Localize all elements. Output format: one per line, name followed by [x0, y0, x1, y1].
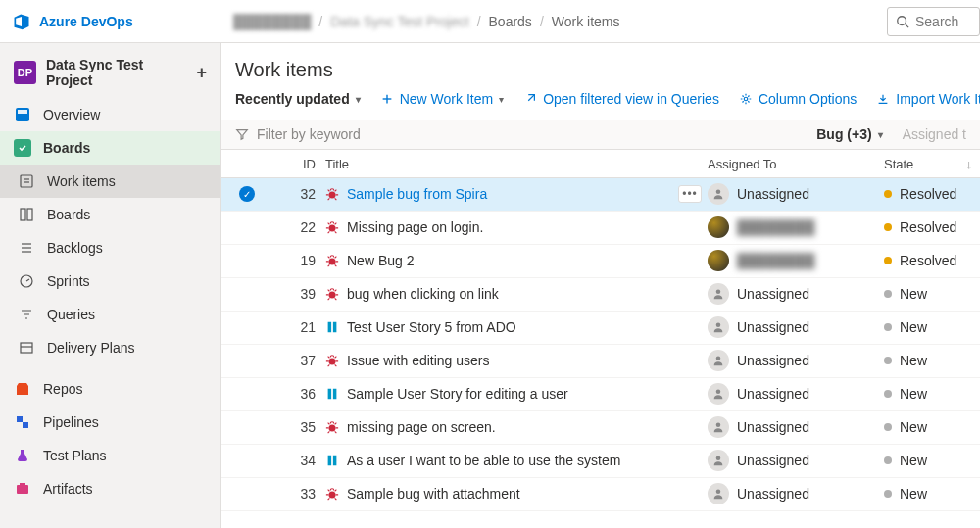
avatar	[708, 316, 729, 338]
col-id[interactable]: ID	[267, 157, 325, 171]
table-row[interactable]: ✓ 34 As a user I want to be able to use …	[221, 445, 980, 478]
sidebar-item-sprints[interactable]: Sprints	[0, 264, 220, 298]
breadcrumb-project[interactable]: Data Sync Test Project	[330, 14, 468, 29]
cell-assigned[interactable]: Unassigned	[708, 483, 884, 504]
table-row[interactable]: ✓ 32 Sample bug from Spira ••• Unassigne…	[221, 178, 980, 212]
sidebar-item-backlogs[interactable]: Backlogs	[0, 231, 220, 264]
sidebar-item-label: Boards	[47, 207, 90, 222]
table-body: ✓ 32 Sample bug from Spira ••• Unassigne…	[221, 178, 980, 528]
cell-assigned[interactable]: Unassigned	[708, 416, 884, 438]
cell-title[interactable]: bug when clicking on link •••	[325, 286, 708, 302]
assignee-name: Unassigned	[737, 419, 809, 435]
breadcrumb-page[interactable]: Work items	[552, 14, 620, 29]
sidebar-item-workitems[interactable]: Work items	[0, 165, 220, 198]
breadcrumb-org[interactable]: ████████	[233, 14, 311, 29]
column-options-button[interactable]: Column Options	[739, 91, 857, 107]
filter-keyword[interactable]: Filter by keyword	[235, 126, 361, 142]
sidebar-item-pipelines[interactable]: Pipelines	[0, 406, 220, 439]
cell-assigned[interactable]: Unassigned	[708, 383, 884, 405]
table-row[interactable]: ✓ 37 Issue with editing users ••• Unassi…	[221, 345, 980, 378]
cell-title[interactable]: Sample User Story for editing a user •••	[325, 386, 708, 402]
open-in-queries-button[interactable]: Open filtered view in Queries	[523, 91, 719, 107]
state-dot	[884, 456, 892, 464]
cell-id: 22	[267, 219, 325, 235]
cell-title[interactable]: Issue with editing users •••	[325, 353, 708, 368]
col-state[interactable]: State ↓	[884, 157, 972, 171]
cell-title[interactable]: Missing page on login. •••	[325, 219, 708, 235]
sidebar-item-overview[interactable]: Overview	[0, 98, 220, 131]
cell-assigned[interactable]: Unassigned	[708, 350, 884, 371]
table-row[interactable]: ✓ 39 bug when clicking on link ••• Unass…	[221, 278, 980, 312]
sidebar-item-label: Backlogs	[47, 240, 103, 256]
import-button[interactable]: Import Work Items	[876, 91, 980, 107]
bug-icon	[325, 254, 339, 267]
filter-assigned[interactable]: Assigned t	[903, 126, 966, 142]
artifacts-icon	[14, 480, 31, 498]
bug-icon	[325, 420, 339, 434]
state-text: New	[900, 353, 927, 368]
cell-state: Resolved	[884, 219, 972, 235]
title-text: Sample bug from Spira	[347, 186, 487, 202]
sidebar-item-testplans[interactable]: Test Plans	[0, 439, 220, 472]
new-work-item-button[interactable]: New Work Item ▾	[380, 91, 504, 107]
table-row[interactable]: ✓ 33 Sample bug with attachment ••• Unas…	[221, 478, 980, 511]
state-dot	[884, 190, 892, 198]
cell-assigned[interactable]: Unassigned	[708, 183, 884, 205]
table-row[interactable]: ✓ 22 Missing page on login. ••• ████████…	[221, 212, 980, 245]
sidebar-item-label: Overview	[43, 107, 100, 122]
sidebar-item-boards[interactable]: Boards	[0, 131, 220, 165]
sidebar-item-label: Queries	[47, 307, 95, 322]
table-row[interactable]: ✓ 35 missing page on screen. ••• Unassig…	[221, 411, 980, 445]
assignee-name: ████████	[737, 253, 814, 268]
cell-title[interactable]: Sample bug with attachment •••	[325, 486, 708, 502]
story-icon	[325, 454, 339, 467]
cell-state: New	[884, 286, 972, 302]
bug-icon	[325, 220, 339, 234]
cell-title[interactable]: As a user I want to be able to use the s…	[325, 453, 708, 468]
cell-title[interactable]: missing page on screen. •••	[325, 419, 708, 435]
cell-title[interactable]: New Bug 2 •••	[325, 253, 708, 268]
col-assigned[interactable]: Assigned To	[708, 157, 884, 171]
col-title[interactable]: Title	[325, 157, 708, 171]
search-box[interactable]: Search	[887, 7, 980, 36]
avatar	[708, 416, 729, 438]
state-dot	[884, 323, 892, 331]
breadcrumb-section[interactable]: Boards	[489, 14, 532, 29]
boards-icon	[14, 139, 31, 157]
project-header[interactable]: DP Data Sync Test Project +	[0, 49, 220, 98]
cell-assigned[interactable]: ████████	[708, 216, 884, 238]
cell-assigned[interactable]: Unassigned	[708, 316, 884, 338]
repos-icon	[14, 380, 31, 398]
state-text: Resolved	[900, 186, 956, 202]
avatar	[708, 350, 729, 371]
svg-rect-16	[20, 483, 25, 486]
cell-assigned[interactable]: ████████	[708, 250, 884, 271]
cell-state: New	[884, 353, 972, 368]
svg-line-1	[906, 24, 909, 27]
sidebar-item-delivery-plans[interactable]: Delivery Plans	[0, 331, 220, 364]
sort-icon: ↓	[966, 157, 973, 171]
bug-icon	[325, 487, 339, 501]
brand[interactable]: Azure DevOps	[0, 12, 221, 31]
view-dropdown[interactable]: Recently updated ▾	[235, 91, 361, 107]
table-row[interactable]: ✓ 19 New Bug 2 ••• ████████ Resolved	[221, 245, 980, 278]
row-more-button[interactable]: •••	[678, 185, 702, 203]
row-select[interactable]: ✓	[227, 186, 267, 202]
filter-types[interactable]: Bug (+3) ▾	[816, 126, 882, 142]
cell-title[interactable]: Test User Story 5 from ADO •••	[325, 319, 708, 335]
sidebar-item-queries[interactable]: Queries	[0, 298, 220, 331]
table-row[interactable]: ✓ 36 Sample User Story for editing a use…	[221, 378, 980, 411]
state-text: Resolved	[900, 253, 956, 268]
cell-assigned[interactable]: Unassigned	[708, 283, 884, 305]
settings-icon	[739, 92, 753, 106]
sidebar-item-repos[interactable]: Repos	[0, 372, 220, 406]
table-row[interactable]: ✓ 21 Test User Story 5 from ADO ••• Unas…	[221, 312, 980, 345]
sidebar-item-artifacts[interactable]: Artifacts	[0, 472, 220, 505]
cell-title[interactable]: Sample bug from Spira •••	[325, 186, 708, 202]
sidebar-item-boards-sub[interactable]: Boards	[0, 198, 220, 231]
story-icon	[325, 387, 339, 401]
cell-assigned[interactable]: Unassigned	[708, 450, 884, 471]
project-add-button[interactable]: +	[196, 63, 207, 83]
queries-icon	[18, 306, 35, 323]
sidebar-item-label: Work items	[47, 173, 116, 189]
